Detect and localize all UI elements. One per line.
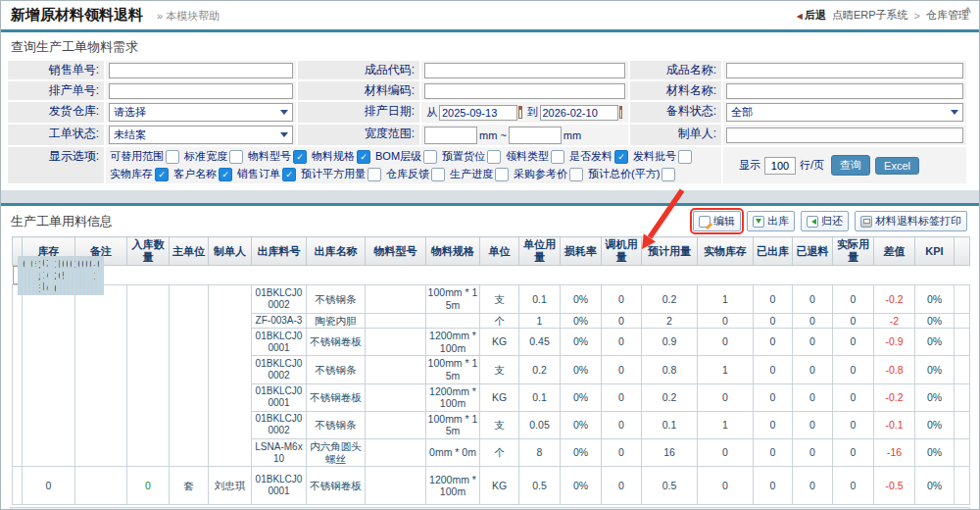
table-row[interactable]: 00套刘忠琪01BKLCJ00001不锈钢卷板1200mm * 100mKG0.… <box>13 266 23 284</box>
cell: 0 <box>833 438 874 466</box>
width-max-input[interactable] <box>509 127 562 144</box>
display-option-label: 预计平方用量 <box>301 167 366 181</box>
field-label: 销售单号: <box>8 61 104 79</box>
cell: 支 <box>480 411 519 438</box>
product-code-input[interactable] <box>424 63 625 78</box>
table-row[interactable]: 01BKLCJ00002不锈钢条100mm * 15m支0.10%00.2100… <box>13 285 970 313</box>
cell: 不锈钢条 <box>307 285 366 313</box>
cell: 1200mm * 100m <box>426 383 480 411</box>
print-label-button[interactable]: 材料退料标签打印 <box>855 211 967 231</box>
checkbox-icon[interactable] <box>551 150 564 164</box>
return-button[interactable]: 归还 <box>801 211 849 231</box>
cell: 0 <box>793 467 833 505</box>
back-link[interactable]: ◀后退 <box>797 8 826 23</box>
cell <box>13 467 23 505</box>
cell: 0% <box>561 285 602 313</box>
grid-title: 生产工单用料信息 <box>11 213 693 230</box>
display-option: 预计总价(平方) <box>588 167 675 181</box>
width-min-input[interactable] <box>424 127 477 144</box>
sales-no-input[interactable] <box>109 63 293 78</box>
cell: 不锈钢卷板 <box>307 383 366 411</box>
cell <box>366 411 426 438</box>
checkbox-icon[interactable] <box>368 168 381 181</box>
excel-button[interactable]: Excel <box>875 157 919 175</box>
display-option: 仓库反馈 <box>386 167 445 181</box>
cell: 0% <box>561 467 602 505</box>
cell: 0 <box>793 356 833 383</box>
chevron-down-icon <box>280 132 288 141</box>
cell: 个 <box>480 438 519 466</box>
material-name-input[interactable] <box>726 83 963 99</box>
checkbox-icon[interactable] <box>219 168 232 181</box>
cell: 0% <box>915 411 955 438</box>
stock-status-select[interactable]: 全部 <box>726 103 963 122</box>
table-row[interactable]: 00套刘忠琪01BKLCJ00001不锈钢卷板1200mm * 100mKG0.… <box>13 467 970 505</box>
cell: -0.5 <box>874 467 915 505</box>
checkbox-icon[interactable] <box>569 168 583 181</box>
ship-warehouse-select[interactable]: 请选择 <box>109 103 293 122</box>
cell: 0.8 <box>642 356 698 383</box>
edit-button[interactable]: 编辑 <box>693 211 741 231</box>
checkbox-icon[interactable] <box>487 150 501 164</box>
query-panel-title: 查询生产工单物料需求 <box>1 32 979 61</box>
cell: 0 <box>833 285 874 313</box>
cell: 0 <box>793 329 833 356</box>
cell: 内六角圆头螺丝 <box>307 438 366 466</box>
table-header-cell: 入库数量 <box>127 237 170 266</box>
cell: 0 <box>698 467 754 505</box>
cell: 0 <box>602 383 642 411</box>
cell: 0% <box>915 313 955 329</box>
cell: 0% <box>561 356 602 383</box>
back-icon: ◀ <box>797 12 803 21</box>
checkbox-icon[interactable] <box>678 150 692 164</box>
checkbox-icon[interactable] <box>282 168 296 181</box>
date-to-input[interactable] <box>540 105 618 121</box>
table-header-cell: 单位 <box>480 237 519 266</box>
date-from-input[interactable] <box>439 105 517 121</box>
breadcrumb-page[interactable]: 仓库管理 <box>926 8 969 23</box>
checkbox-icon[interactable] <box>229 150 243 164</box>
material-code-input[interactable] <box>424 83 625 99</box>
checkout-button[interactable]: 出库 <box>747 211 795 231</box>
search-button[interactable]: 查询 <box>831 155 870 176</box>
schedule-no-input[interactable] <box>109 83 293 99</box>
checkbox-icon[interactable] <box>293 150 307 164</box>
checkbox-icon[interactable] <box>423 150 437 164</box>
cell: -0.2 <box>874 383 915 411</box>
calendar-icon[interactable] <box>518 106 522 119</box>
checkbox-icon[interactable] <box>495 168 509 181</box>
checkbox-icon[interactable] <box>431 168 445 181</box>
checkbox-icon[interactable] <box>357 150 370 164</box>
order-status-select[interactable]: 未结案 <box>109 126 293 144</box>
cell: 0 <box>602 285 642 313</box>
display-option-label: 预置货位 <box>442 149 485 164</box>
cell: 0 <box>698 438 754 466</box>
maker-input[interactable] <box>726 128 963 143</box>
back-label: 后退 <box>805 9 826 21</box>
breadcrumb-app[interactable]: 点晴ERP子系统 <box>832 8 908 23</box>
cell: 0 <box>698 383 754 411</box>
select-value: 全部 <box>731 105 753 120</box>
chevron-down-icon <box>951 110 958 119</box>
table-header-cell: 调机用量 <box>602 237 642 266</box>
checkbox-icon[interactable] <box>662 168 675 181</box>
calendar-icon[interactable] <box>619 106 623 119</box>
group-cell <box>170 285 209 467</box>
page-size-input[interactable] <box>764 157 796 175</box>
cell: 0 <box>833 329 874 356</box>
product-name-input[interactable] <box>726 63 963 78</box>
checkbox-icon[interactable] <box>166 150 179 164</box>
collapse-panel-icon[interactable]: ^ <box>964 5 971 19</box>
date-to-label: 到 <box>527 105 538 120</box>
checkbox-icon[interactable] <box>155 168 169 181</box>
module-help-link[interactable]: » 本模块帮助 <box>157 9 220 24</box>
display-option-label: 可替用范围 <box>110 149 164 164</box>
cell: 01BKLCJ00002 <box>252 285 307 313</box>
cell: 0 <box>754 383 793 411</box>
field-label: 制单人: <box>630 125 721 145</box>
display-options-list: 可替用范围标准宽度物料型号物料规格BOM层级预置货位领料类型是否发料发料批号实物… <box>106 147 721 183</box>
display-option-label: 生产进度 <box>450 167 493 181</box>
cell: 01BKLCJ00002 <box>252 411 307 438</box>
checkbox-icon[interactable] <box>614 150 628 164</box>
cell: 0 <box>754 438 793 466</box>
